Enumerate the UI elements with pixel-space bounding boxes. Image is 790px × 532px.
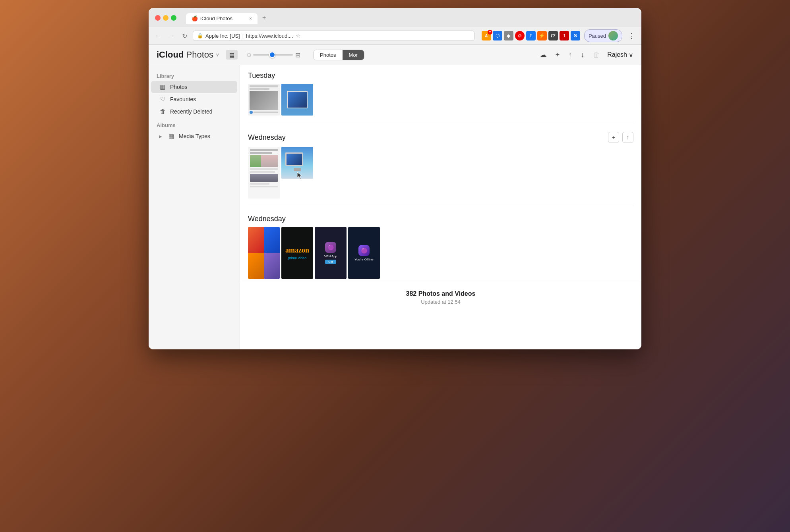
library-section-label: Library bbox=[149, 71, 240, 81]
add-button[interactable]: + bbox=[554, 49, 562, 61]
size-slider-thumb[interactable] bbox=[269, 52, 275, 58]
fb2-extension[interactable]: f bbox=[560, 31, 569, 40]
amazon-logo: amazon bbox=[285, 246, 309, 254]
expand-arrow-icon: ▶ bbox=[159, 134, 162, 139]
user-name: Rajesh bbox=[607, 51, 627, 58]
lock-icon: 🔒 bbox=[197, 33, 203, 39]
amazon-extension[interactable]: A7 bbox=[482, 31, 491, 40]
divider-1 bbox=[248, 122, 633, 122]
media-types-icon: ▦ bbox=[168, 133, 175, 140]
tuesday-label: Tuesday bbox=[248, 71, 275, 80]
delete-button[interactable]: 🗑 bbox=[591, 49, 602, 61]
tab-close-button[interactable]: × bbox=[249, 16, 252, 21]
photo-item[interactable] bbox=[248, 147, 280, 199]
tab-bar: 🍎 iCloud Photos × + bbox=[186, 12, 635, 24]
kite-extension[interactable]: ◆ bbox=[504, 31, 513, 40]
address-company: Apple Inc. [US] bbox=[205, 33, 240, 39]
browser-window: 🍎 iCloud Photos × + ← → ↻ 🔒 Apple Inc. [… bbox=[149, 8, 641, 349]
fontawesome-extension[interactable]: f? bbox=[548, 31, 558, 40]
maximize-button[interactable] bbox=[171, 15, 176, 21]
forward-button[interactable]: → bbox=[167, 31, 176, 40]
albums-section-label: Albums bbox=[149, 118, 240, 130]
size-small-icon: ⊞ bbox=[247, 52, 251, 58]
close-button[interactable] bbox=[155, 15, 161, 21]
photo-item[interactable] bbox=[281, 84, 313, 116]
sidebar-photos-label: Photos bbox=[170, 84, 188, 90]
address-url: https://www.icloud.... bbox=[246, 33, 293, 39]
tab-favicon: 🍎 bbox=[192, 15, 198, 21]
main-layout: Library ▦ Photos ♡ Favourites 🗑 Recently… bbox=[149, 65, 641, 349]
address-bar: ← → ↻ 🔒 Apple Inc. [US] | https://www.ic… bbox=[149, 27, 641, 45]
wednesday-1-header: Wednesday + ↑ bbox=[248, 132, 633, 143]
photos-icon: ▦ bbox=[159, 83, 166, 91]
app-title-section: iCloud Photos ∨ bbox=[157, 50, 219, 60]
wednesday-1-photos-grid: Screen Shot2019-...PM.png bbox=[248, 147, 633, 199]
extensions-bar: A7 ⬡ ◆ ⊘ f ⚡ f? f S bbox=[482, 31, 580, 40]
photo-item[interactable]: 🟣 You're Offline bbox=[348, 227, 380, 279]
office365-extension[interactable]: ⬡ bbox=[493, 31, 502, 40]
tuesday-photos-grid bbox=[248, 84, 633, 116]
wednesday-1-actions: + ↑ bbox=[608, 132, 633, 143]
photo-item[interactable] bbox=[248, 84, 280, 116]
skype-extension[interactable]: S bbox=[571, 31, 580, 40]
back-button[interactable]: ← bbox=[153, 31, 163, 40]
photo-item-desktop[interactable]: Screen Shot2019-...PM.png bbox=[281, 147, 313, 179]
new-tab-button[interactable]: + bbox=[258, 12, 270, 24]
sidebar-favourites-label: Favourites bbox=[170, 96, 196, 102]
photo-item[interactable]: 🟣 VPN App Get bbox=[315, 227, 347, 279]
size-slider-group: ⊞ ⊞ bbox=[247, 51, 300, 59]
bolt-extension[interactable]: ⚡ bbox=[537, 31, 547, 40]
facebook-extension[interactable]: f bbox=[526, 31, 536, 40]
wednesday-section-2: Wednesday amaz bbox=[240, 208, 641, 282]
photos-footer: 382 Photos and Videos Updated at 12:54 bbox=[240, 282, 641, 313]
photos-updated: Updated at 12:54 bbox=[248, 299, 633, 305]
stop-extension[interactable]: ⊘ bbox=[515, 31, 525, 40]
sidebar-item-recently-deleted[interactable]: 🗑 Recently Deleted bbox=[151, 106, 237, 117]
upload-button[interactable]: ☁ bbox=[538, 49, 548, 61]
user-avatar bbox=[608, 31, 618, 40]
bookmark-star-icon[interactable]: ☆ bbox=[296, 33, 301, 39]
user-dropdown-arrow-icon: ∨ bbox=[629, 51, 633, 59]
divider-2 bbox=[248, 205, 633, 205]
tab-more[interactable]: Mor bbox=[343, 50, 364, 60]
view-tabs: Photos Mor bbox=[313, 50, 364, 60]
title-dropdown-arrow-icon[interactable]: ∨ bbox=[216, 52, 219, 58]
icloud-brand: iCloud Photos bbox=[157, 50, 213, 60]
active-tab[interactable]: 🍎 iCloud Photos × bbox=[186, 13, 258, 24]
user-menu[interactable]: Rajesh ∨ bbox=[607, 51, 633, 59]
address-field[interactable]: 🔒 Apple Inc. [US] | https://www.icloud..… bbox=[193, 31, 474, 41]
more-options-button[interactable]: ⋮ bbox=[626, 31, 637, 40]
wednesday-2-header: Wednesday bbox=[248, 215, 633, 223]
sidebar-item-favourites[interactable]: ♡ Favourites bbox=[151, 93, 237, 105]
download-button[interactable]: ↓ bbox=[579, 49, 586, 61]
photos-count: 382 Photos and Videos bbox=[248, 290, 633, 297]
size-large-icon: ⊞ bbox=[295, 51, 300, 59]
svg-marker-0 bbox=[297, 172, 302, 179]
sidebar-item-photos[interactable]: ▦ Photos bbox=[151, 81, 237, 93]
traffic-lights bbox=[155, 15, 176, 21]
sidebar-toggle-button[interactable]: ▤ bbox=[226, 50, 238, 60]
photo-item[interactable]: amazon prime video bbox=[281, 227, 313, 279]
tab-photos[interactable]: Photos bbox=[314, 50, 342, 60]
size-slider[interactable] bbox=[253, 54, 293, 56]
minimize-button[interactable] bbox=[163, 15, 168, 21]
app-header: iCloud Photos ∨ ▤ ⊞ ⊞ Photos Mor ☁ + ↑ ↓… bbox=[149, 45, 641, 65]
title-bar: 🍎 iCloud Photos × + bbox=[149, 8, 641, 27]
add-to-album-button[interactable]: + bbox=[608, 132, 619, 143]
paused-button[interactable]: Paused bbox=[584, 29, 622, 42]
sidebar-item-media-types[interactable]: ▶ ▦ Media Types bbox=[151, 130, 237, 142]
share-day-button[interactable]: ↑ bbox=[622, 132, 633, 143]
sidebar-recently-deleted-label: Recently Deleted bbox=[170, 108, 213, 115]
refresh-button[interactable]: ↻ bbox=[180, 31, 189, 40]
app-icon-2: 🟣 bbox=[358, 245, 370, 256]
app-install-button: Get bbox=[325, 260, 336, 264]
photo-item[interactable] bbox=[248, 227, 280, 279]
share-button[interactable]: ↑ bbox=[567, 49, 573, 61]
app-name-label: VPN App bbox=[324, 254, 337, 258]
wednesday-section-1: Wednesday + ↑ bbox=[240, 125, 641, 202]
title-bar-top: 🍎 iCloud Photos × + bbox=[155, 12, 635, 24]
app-header-inner: iCloud Photos ∨ ▤ ⊞ ⊞ Photos Mor ☁ + ↑ ↓… bbox=[157, 49, 633, 61]
tuesday-section: Tuesday bbox=[240, 65, 641, 119]
sidebar-media-types-label: Media Types bbox=[179, 133, 210, 139]
wednesday-2-photos-grid: amazon prime video 🟣 VPN App Get bbox=[248, 227, 633, 279]
